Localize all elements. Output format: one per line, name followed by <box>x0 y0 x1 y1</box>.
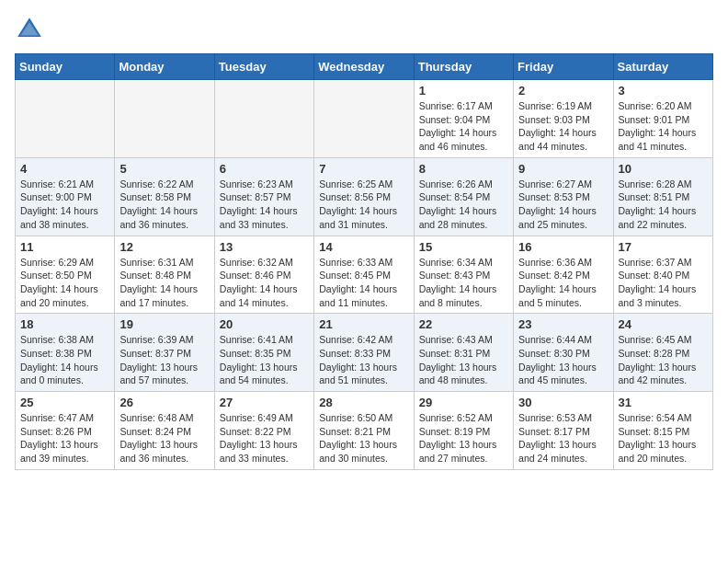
week-row-2: 4Sunrise: 6:21 AM Sunset: 9:00 PM Daylig… <box>16 157 713 236</box>
day-number: 24 <box>619 317 708 331</box>
day-info: Sunrise: 6:29 AM Sunset: 8:50 PM Dayligh… <box>20 256 109 310</box>
calendar-cell: 23Sunrise: 6:44 AM Sunset: 8:30 PM Dayli… <box>514 314 613 392</box>
calendar-cell: 24Sunrise: 6:45 AM Sunset: 8:28 PM Dayli… <box>613 314 712 392</box>
calendar-cell: 13Sunrise: 6:32 AM Sunset: 8:46 PM Dayli… <box>214 236 313 314</box>
calendar-cell <box>214 80 313 158</box>
day-info: Sunrise: 6:23 AM Sunset: 8:57 PM Dayligh… <box>220 178 309 232</box>
calendar-cell: 6Sunrise: 6:23 AM Sunset: 8:57 PM Daylig… <box>214 157 313 236</box>
calendar-cell: 29Sunrise: 6:52 AM Sunset: 8:19 PM Dayli… <box>414 392 513 470</box>
day-info: Sunrise: 6:19 AM Sunset: 9:03 PM Dayligh… <box>518 99 608 154</box>
calendar-cell: 19Sunrise: 6:39 AM Sunset: 8:37 PM Dayli… <box>115 314 214 392</box>
week-row-5: 25Sunrise: 6:47 AM Sunset: 8:26 PM Dayli… <box>16 392 713 470</box>
calendar-table: SundayMondayTuesdayWednesdayThursdayFrid… <box>15 53 713 470</box>
day-number: 25 <box>20 396 109 409</box>
calendar-cell: 11Sunrise: 6:29 AM Sunset: 8:50 PM Dayli… <box>16 236 115 314</box>
day-info: Sunrise: 6:44 AM Sunset: 8:30 PM Dayligh… <box>518 333 608 387</box>
day-number: 21 <box>319 317 408 331</box>
day-info: Sunrise: 6:41 AM Sunset: 8:35 PM Dayligh… <box>220 333 309 387</box>
day-info: Sunrise: 6:32 AM Sunset: 8:46 PM Dayligh… <box>220 256 309 310</box>
day-number: 23 <box>518 317 608 331</box>
day-info: Sunrise: 6:50 AM Sunset: 8:21 PM Dayligh… <box>319 411 408 465</box>
day-info: Sunrise: 6:27 AM Sunset: 8:53 PM Dayligh… <box>518 178 608 232</box>
day-info: Sunrise: 6:33 AM Sunset: 8:45 PM Dayligh… <box>319 256 408 310</box>
day-info: Sunrise: 6:43 AM Sunset: 8:31 PM Dayligh… <box>419 333 508 387</box>
day-number: 10 <box>619 162 708 176</box>
day-number: 17 <box>619 240 708 254</box>
day-number: 18 <box>20 317 109 331</box>
calendar-cell <box>314 80 414 158</box>
calendar-cell <box>16 80 115 158</box>
calendar-cell: 3Sunrise: 6:20 AM Sunset: 9:01 PM Daylig… <box>613 80 712 158</box>
calendar-cell: 25Sunrise: 6:47 AM Sunset: 8:26 PM Dayli… <box>16 392 115 470</box>
day-info: Sunrise: 6:17 AM Sunset: 9:04 PM Dayligh… <box>419 99 508 154</box>
calendar-cell: 27Sunrise: 6:49 AM Sunset: 8:22 PM Dayli… <box>214 392 313 470</box>
logo-icon <box>15 15 44 44</box>
day-info: Sunrise: 6:38 AM Sunset: 8:38 PM Dayligh… <box>20 333 109 387</box>
calendar-cell: 5Sunrise: 6:22 AM Sunset: 8:58 PM Daylig… <box>115 157 214 236</box>
day-number: 12 <box>119 240 209 254</box>
day-number: 1 <box>419 84 508 98</box>
day-number: 4 <box>20 162 109 176</box>
calendar-cell: 15Sunrise: 6:34 AM Sunset: 8:43 PM Dayli… <box>414 236 513 314</box>
day-number: 29 <box>419 396 508 409</box>
weekday-header-wednesday: Wednesday <box>314 54 414 80</box>
day-number: 19 <box>119 317 209 331</box>
weekday-header-saturday: Saturday <box>613 54 712 80</box>
calendar-cell: 12Sunrise: 6:31 AM Sunset: 8:48 PM Dayli… <box>115 236 214 314</box>
day-number: 14 <box>319 240 408 254</box>
day-info: Sunrise: 6:52 AM Sunset: 8:19 PM Dayligh… <box>419 411 508 465</box>
calendar-cell: 31Sunrise: 6:54 AM Sunset: 8:15 PM Dayli… <box>613 392 712 470</box>
day-info: Sunrise: 6:54 AM Sunset: 8:15 PM Dayligh… <box>619 411 708 465</box>
calendar-cell: 10Sunrise: 6:28 AM Sunset: 8:51 PM Dayli… <box>613 157 712 236</box>
day-info: Sunrise: 6:39 AM Sunset: 8:37 PM Dayligh… <box>119 333 209 387</box>
day-info: Sunrise: 6:25 AM Sunset: 8:56 PM Dayligh… <box>319 178 408 232</box>
calendar-cell: 22Sunrise: 6:43 AM Sunset: 8:31 PM Dayli… <box>414 314 513 392</box>
day-info: Sunrise: 6:42 AM Sunset: 8:33 PM Dayligh… <box>319 333 408 387</box>
calendar-cell: 20Sunrise: 6:41 AM Sunset: 8:35 PM Dayli… <box>214 314 313 392</box>
calendar-cell <box>115 80 214 158</box>
calendar-cell: 28Sunrise: 6:50 AM Sunset: 8:21 PM Dayli… <box>314 392 414 470</box>
day-info: Sunrise: 6:45 AM Sunset: 8:28 PM Dayligh… <box>619 333 708 387</box>
calendar-cell: 4Sunrise: 6:21 AM Sunset: 9:00 PM Daylig… <box>16 157 115 236</box>
day-info: Sunrise: 6:53 AM Sunset: 8:17 PM Dayligh… <box>518 411 608 465</box>
day-info: Sunrise: 6:36 AM Sunset: 8:42 PM Dayligh… <box>518 256 608 310</box>
calendar-cell: 7Sunrise: 6:25 AM Sunset: 8:56 PM Daylig… <box>314 157 414 236</box>
day-info: Sunrise: 6:22 AM Sunset: 8:58 PM Dayligh… <box>119 178 209 232</box>
week-row-3: 11Sunrise: 6:29 AM Sunset: 8:50 PM Dayli… <box>16 236 713 314</box>
day-number: 6 <box>220 162 309 176</box>
calendar-cell: 18Sunrise: 6:38 AM Sunset: 8:38 PM Dayli… <box>16 314 115 392</box>
day-info: Sunrise: 6:20 AM Sunset: 9:01 PM Dayligh… <box>619 99 708 154</box>
day-number: 27 <box>220 396 309 409</box>
day-info: Sunrise: 6:47 AM Sunset: 8:26 PM Dayligh… <box>20 411 109 465</box>
calendar-cell: 9Sunrise: 6:27 AM Sunset: 8:53 PM Daylig… <box>514 157 613 236</box>
day-number: 15 <box>419 240 508 254</box>
day-info: Sunrise: 6:21 AM Sunset: 9:00 PM Dayligh… <box>20 178 109 232</box>
day-number: 28 <box>319 396 408 409</box>
day-number: 30 <box>518 396 608 409</box>
weekday-header-sunday: Sunday <box>16 54 115 80</box>
calendar-cell: 21Sunrise: 6:42 AM Sunset: 8:33 PM Dayli… <box>314 314 414 392</box>
weekday-header-thursday: Thursday <box>414 54 513 80</box>
calendar-cell: 8Sunrise: 6:26 AM Sunset: 8:54 PM Daylig… <box>414 157 513 236</box>
calendar-cell: 2Sunrise: 6:19 AM Sunset: 9:03 PM Daylig… <box>514 80 613 158</box>
calendar-cell: 30Sunrise: 6:53 AM Sunset: 8:17 PM Dayli… <box>514 392 613 470</box>
day-info: Sunrise: 6:34 AM Sunset: 8:43 PM Dayligh… <box>419 256 508 310</box>
weekday-header-row: SundayMondayTuesdayWednesdayThursdayFrid… <box>16 54 713 80</box>
day-number: 26 <box>119 396 209 409</box>
day-number: 13 <box>220 240 309 254</box>
day-info: Sunrise: 6:49 AM Sunset: 8:22 PM Dayligh… <box>220 411 309 465</box>
calendar-cell: 26Sunrise: 6:48 AM Sunset: 8:24 PM Dayli… <box>115 392 214 470</box>
week-row-1: 1Sunrise: 6:17 AM Sunset: 9:04 PM Daylig… <box>16 80 713 158</box>
calendar-cell: 14Sunrise: 6:33 AM Sunset: 8:45 PM Dayli… <box>314 236 414 314</box>
weekday-header-monday: Monday <box>115 54 214 80</box>
day-number: 5 <box>119 162 209 176</box>
day-number: 11 <box>20 240 109 254</box>
week-row-4: 18Sunrise: 6:38 AM Sunset: 8:38 PM Dayli… <box>16 314 713 392</box>
day-number: 20 <box>220 317 309 331</box>
calendar-cell: 16Sunrise: 6:36 AM Sunset: 8:42 PM Dayli… <box>514 236 613 314</box>
day-info: Sunrise: 6:48 AM Sunset: 8:24 PM Dayligh… <box>119 411 209 465</box>
calendar-cell: 1Sunrise: 6:17 AM Sunset: 9:04 PM Daylig… <box>414 80 513 158</box>
day-number: 7 <box>319 162 408 176</box>
day-number: 9 <box>518 162 608 176</box>
page-header <box>15 15 713 44</box>
